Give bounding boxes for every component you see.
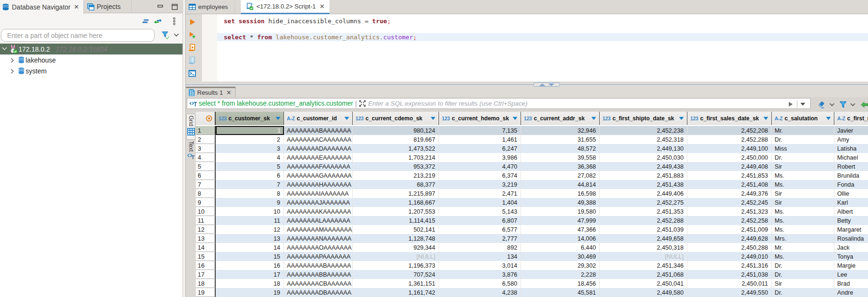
grid-cell[interactable]: 3,219 [439, 180, 521, 189]
grid-cell[interactable]: 3,014 [439, 261, 521, 270]
grid-cell[interactable]: 2,449,550 [687, 288, 772, 297]
search-filter-dropdown[interactable] [174, 33, 179, 37]
tab-database-navigator[interactable]: Database Navigator ✕ [0, 0, 84, 14]
grid-cell[interactable]: 1,128,748 [353, 234, 439, 243]
previous-page-button[interactable] [861, 102, 868, 108]
grid-cell[interactable]: 32,946 [521, 126, 600, 135]
grid-cell[interactable]: 2,452,258 [687, 216, 772, 225]
grid-cell[interactable]: 68,377 [353, 180, 439, 189]
grid-cell[interactable]: 2,449,580 [600, 288, 687, 297]
grid-cell[interactable]: 36,368 [521, 162, 600, 171]
grid-cell[interactable]: 2,449,376 [687, 189, 772, 198]
grid-cell[interactable]: 14 [216, 243, 284, 252]
grid-cell[interactable]: AAAAAAAADBAAAAAA [284, 288, 353, 297]
grid-cell[interactable]: Ms. [772, 252, 834, 261]
grid-cell[interactable]: 4 [216, 153, 284, 162]
column-header-c_first_name[interactable]: A-Zc_first_name [834, 112, 868, 125]
row-number[interactable]: 5 [196, 162, 216, 171]
grid-cell[interactable]: 4,470 [439, 162, 521, 171]
grid-cell[interactable]: 1,207,553 [353, 207, 439, 216]
grid-cell[interactable]: 1,361,151 [353, 279, 439, 288]
side-tab-grid[interactable]: Grid [186, 114, 195, 140]
grid-cell[interactable]: Dr. [772, 153, 834, 162]
grid-cell[interactable]: [NULL] [353, 252, 439, 261]
grid-cell[interactable]: Mr. [772, 243, 834, 252]
grid-cell[interactable]: Andre [834, 288, 868, 297]
grid-cell[interactable]: 2,451,408 [687, 180, 772, 189]
grid-corner-cell[interactable] [196, 112, 216, 125]
tab-projects[interactable]: Projects [85, 0, 132, 13]
grid-cell[interactable]: AAAAAAAAOAAAAAAA [284, 243, 353, 252]
grid-cell[interactable]: 2,451,883 [600, 171, 687, 180]
grid-cell[interactable]: 29,302 [521, 261, 600, 270]
row-number[interactable]: 19 [196, 288, 216, 297]
grid-cell[interactable]: 2,451,316 [687, 261, 772, 270]
grid-cell[interactable]: 5,143 [439, 207, 521, 216]
grid-cell[interactable]: Sir [772, 279, 834, 288]
grid-cell[interactable]: AAAAAAAACAAAAAAA [284, 135, 353, 144]
grid-cell[interactable]: Ms. [772, 180, 834, 189]
grid-cell[interactable]: 39,558 [521, 153, 600, 162]
grid-cell[interactable]: 980,124 [353, 126, 439, 135]
grid-cell[interactable]: 2,449,010 [687, 252, 772, 261]
grid-cell[interactable]: 1,473,522 [353, 144, 439, 153]
grid-cell[interactable]: Ms. [772, 225, 834, 234]
grid-cell[interactable]: 707,524 [353, 270, 439, 279]
grid-cell[interactable]: 2,451,438 [600, 180, 687, 189]
grid-cell[interactable]: 2,449,406 [600, 189, 687, 198]
grid-cell[interactable]: Dr. [772, 261, 834, 270]
collapse-all-button[interactable] [142, 19, 149, 24]
grid-cell[interactable]: AAAAAAAAABAAAAAA [284, 261, 353, 270]
grid-cell[interactable]: 19 [216, 288, 284, 297]
column-menu-icon[interactable] [679, 117, 684, 120]
grid-cell[interactable]: AAAAAAAAGAAAAAAA [284, 171, 353, 180]
close-icon[interactable]: ✕ [74, 3, 79, 10]
row-number[interactable]: 2 [196, 135, 216, 144]
grid-cell[interactable]: 2,449,628 [687, 234, 772, 243]
sql-console-button[interactable] [188, 70, 196, 77]
grid-cell[interactable]: Miss [772, 144, 834, 153]
grid-cell[interactable]: 47,366 [521, 225, 600, 234]
sql-code-area[interactable]: set session hide_inaccessible_columns = … [217, 14, 868, 81]
grid-cell[interactable]: Betty [834, 216, 868, 225]
column-menu-icon[interactable] [344, 117, 349, 120]
row-number[interactable]: 10 [196, 207, 216, 216]
grid-cell[interactable]: 6,807 [439, 216, 521, 225]
grid-cell[interactable]: 5 [216, 162, 284, 171]
grid-cell[interactable]: Margie [834, 261, 868, 270]
grid-cell[interactable]: 1,461 [439, 135, 521, 144]
grid-cell[interactable]: AAAAAAAANAAAAAAA [284, 234, 353, 243]
grid-cell[interactable]: Robert [834, 162, 868, 171]
column-header-c_current_cdemo_sk[interactable]: 123c_current_cdemo_sk [353, 112, 439, 125]
row-number[interactable]: 17 [196, 270, 216, 279]
grid-cell[interactable]: 4,238 [439, 288, 521, 297]
column-menu-icon[interactable] [512, 117, 518, 120]
link-with-editor-button[interactable] [154, 18, 162, 25]
grid-cell[interactable]: [NULL] [600, 252, 687, 261]
column-header-c_first_shipto_date_sk[interactable]: 123c_first_shipto_date_sk [600, 112, 687, 125]
grid-cell[interactable]: 30,469 [521, 252, 600, 261]
grid-cell[interactable]: AAAAAAAAEAAAAAAA [284, 153, 353, 162]
row-number[interactable]: 11 [196, 216, 216, 225]
tab-results-1[interactable]: Results 1 ✕ [186, 87, 236, 97]
filters-menu-dropdown[interactable] [850, 103, 856, 107]
grid-cell[interactable]: Amy [834, 135, 868, 144]
grid-cell[interactable]: AAAAAAAAHAAAAAAA [284, 180, 353, 189]
grid-cell[interactable]: 2,777 [439, 234, 521, 243]
grid-cell[interactable]: 6,440 [521, 243, 600, 252]
view-menu-button[interactable] [173, 18, 176, 26]
grid-cell[interactable]: 2,450,041 [600, 279, 687, 288]
row-number[interactable]: 3 [196, 144, 216, 153]
grid-cell[interactable]: 2,451,323 [687, 207, 772, 216]
grid-cell[interactable]: 2,449,408 [687, 162, 772, 171]
grid-cell[interactable]: 1,404 [439, 198, 521, 207]
grid-cell[interactable]: 2,449,658 [600, 234, 687, 243]
panel-sash-vertical[interactable] [183, 0, 186, 297]
grid-cell[interactable]: Michael [834, 153, 868, 162]
grid-cell[interactable]: 3,986 [439, 153, 521, 162]
object-search-input[interactable]: Enter a part of object name here [1, 29, 155, 42]
execute-script-button[interactable] [188, 44, 196, 51]
grid-cell[interactable]: 2,449,130 [600, 144, 687, 153]
grid-cell[interactable]: 2,451,038 [687, 270, 772, 279]
grid-cell[interactable]: 2,452,208 [687, 126, 772, 135]
